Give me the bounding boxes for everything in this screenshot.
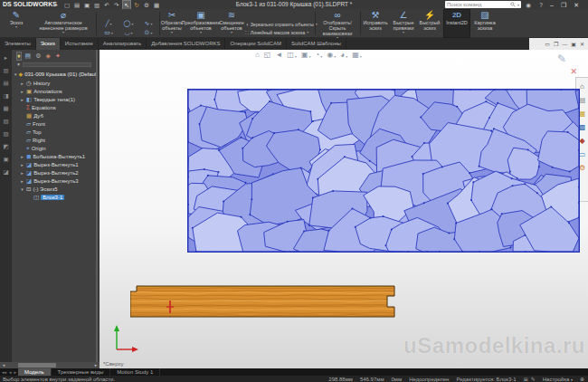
displaymanager-tab-icon[interactable]: ✦ [55,53,61,60]
left-toolbar-icon-7[interactable]: ▨ [3,130,8,137]
dropdown-caret-icon[interactable]: ▾ [131,31,133,35]
left-toolbar-icon-4[interactable]: ◨ [3,92,8,99]
search-icon[interactable] [510,2,516,7]
expand-arrow-icon[interactable]: ▾ [20,186,24,192]
tree-item-12[interactable]: ▸◪Вырез-Вытянуть2 [12,168,96,177]
appearances-icon[interactable]: ◆ [579,137,584,145]
arc-icon[interactable]: ◡ [124,29,129,36]
ellipse-icon[interactable]: ⊙ [145,29,150,36]
dropdown-caret-icon[interactable]: ▾ [111,31,113,35]
tree-item-10[interactable]: ▸◼Бобышка-Вытянуть1 [12,152,96,160]
appearance-icon[interactable]: ◕ [340,51,345,59]
previous-view-icon[interactable]: ◄ [275,51,282,59]
tab-scroll-icon-3[interactable]: ▸ [14,368,17,376]
save-icon[interactable]: ▣ [83,1,90,9]
search-input[interactable]: Поиск команд [447,2,508,7]
tab-scroll-icon-2[interactable]: ◂ [9,368,12,376]
tree-item-5[interactable]: ▦Дуб [12,111,96,119]
filter-input[interactable] [23,62,91,67]
mirror-entities-button[interactable]: ◑ Зеркально отразить объекты ▾ [245,20,312,28]
appearance-icon[interactable]: ▦ [153,1,160,9]
open-icon[interactable]: ▤ [73,1,81,9]
left-toolbar-icon-9[interactable]: ▣ [3,156,8,162]
smart-dimension-button[interactable]: ⌀ Автоматическое нанесение размеров ▾ [33,10,94,37]
left-toolbar-icon-5[interactable]: ▦ [3,105,8,111]
settings-button[interactable]: Настройка ▾ [543,377,573,382]
tab-scroll-icon-1[interactable]: ◂◂ [2,368,6,376]
scene-icon[interactable]: ▦ [352,51,359,59]
tree-item-1[interactable]: ▸◷History [12,79,96,87]
circle-icon[interactable]: ◯ [124,20,131,27]
model-tab-3[interactable]: Motion Study 1 [110,368,160,376]
dropdown-caret-icon[interactable]: ▾ [320,54,322,59]
sketch-button[interactable]: ✎ Эскиз ▾ [2,10,31,37]
model-tab-2[interactable]: Трехмерные виды [52,368,111,376]
dropdown-caret-icon[interactable]: ▾ [131,22,133,26]
tab-2[interactable]: Эскиз [36,38,61,50]
undo-icon[interactable]: ↶ [103,1,110,9]
doc-close-icon[interactable]: ✕ [580,41,584,48]
offset-entities-button[interactable]: ≋ Смещение объектов ▾ [219,10,244,37]
featuremanager-tab-icon[interactable]: ♦ [17,53,21,60]
scroll-left-icon[interactable]: ◂ [0,362,7,368]
scrollbar-thumb[interactable] [18,363,56,368]
tab-7[interactable]: SolidCAM Шаблоны [287,38,346,50]
quick-snaps-button[interactable]: ∠ Быстрые привязки ▾ [391,10,416,37]
left-toolbar-icon-8[interactable]: ◩ [3,143,8,149]
graphics-area[interactable]: ⌂◱◄◫▾▣▾◔▾◉▾◕▾▦▾ ✎ ✕ ⌂▤▦▩◆▭⚙ *Сверху uSam… [100,50,588,368]
view-orientation-icon[interactable]: ▣ [301,51,308,59]
doc-window-icon[interactable]: ❐ [554,41,558,48]
print-icon[interactable]: ▥ [93,1,100,9]
close-button[interactable]: ✕ [574,1,579,9]
spline-icon[interactable]: ∿ [145,20,150,27]
dropdown-caret-icon[interactable]: ▾ [308,54,310,59]
tree-item-7[interactable]: ▱Top [12,128,96,136]
tree-item-9[interactable]: ⌖Origin [12,144,96,152]
display-style-icon[interactable]: ◔ [315,51,319,59]
select-icon[interactable]: ↖ [123,1,130,9]
expand-arrow-icon[interactable]: ▸ [20,178,24,184]
expand-arrow-icon[interactable]: ▸ [20,81,24,86]
dropdown-caret-icon[interactable]: ▾ [110,22,112,26]
tree-item-2[interactable]: ▸▣Annotations [12,87,96,95]
dropdown-caret-icon[interactable]: ▾ [334,54,336,59]
help-icon[interactable]: ? [537,1,545,9]
options-icon[interactable]: ⚙ [143,1,150,9]
exit-sketch-corner-icon[interactable]: ✎ [557,53,566,65]
tree-root-item[interactable]: ▾ ◆ 031-009 Крышка (01) (Default<-Defa..… [12,69,96,79]
expand-arrow-icon[interactable]: ▸ [20,154,24,159]
expand-arrow-icon[interactable]: ▸ [20,170,24,176]
display-relations-button[interactable]: ∞ Отобразить/Скрыть взаимосвязи ▾ [318,10,357,37]
left-toolbar-icon-10[interactable]: ◪ [3,168,8,175]
cancel-sketch-icon[interactable]: ✕ [570,67,577,76]
expand-arrow-icon[interactable]: ▸ [20,162,24,167]
configurationmanager-tab-icon[interactable]: ⚙ [35,53,41,60]
doc-cascade-icon[interactable]: ▣ [571,41,576,48]
rectangle-icon[interactable]: ▭ [104,29,110,36]
dropdown-caret-icon[interactable]: ▾ [150,22,152,26]
expand-arrow-icon[interactable]: ▸ [20,89,24,94]
tab-3[interactable]: Испытание [61,38,99,50]
left-toolbar-icon-3[interactable]: ▤ [3,80,8,86]
left-toolbar-icon-2[interactable]: ▥ [3,67,8,73]
filter-icon[interactable]: ▼ [16,62,21,67]
tab-5[interactable]: Добавления SOLIDWORKS [147,38,225,50]
tree-item-3[interactable]: ▸◧Твердые тела(1) [12,95,96,103]
tree-item-8[interactable]: ▱Right [12,136,96,144]
selected-point-marker[interactable] [165,299,175,317]
rebuild-icon[interactable]: ↻ [133,1,140,9]
new-icon[interactable]: ▢ [63,1,71,9]
tree-item-6[interactable]: ▱Front [12,119,96,128]
zoom-area-icon[interactable]: ◱ [264,51,271,59]
tree-scrollbar[interactable]: ◂ ▸ [0,362,100,368]
propertymanager-tab-icon[interactable]: ▤ [25,53,32,60]
left-toolbar-icon-1[interactable]: ▸ [5,54,7,61]
home-icon[interactable]: ⌂ [580,82,584,91]
zoom-fit-icon[interactable]: ⌂ [255,51,260,59]
tree-filter[interactable]: ▼ [12,61,96,69]
dropdown-caret-icon[interactable]: ▾ [346,54,347,59]
tree-item-15[interactable]: ◫Блок3-1 [12,193,96,201]
dropdown-caret-icon[interactable]: ▾ [150,31,152,35]
repair-sketch-button[interactable]: ⚒ Исправить эскиз [362,10,389,37]
rapid-sketch-button[interactable]: ⚡ Быстрый эскиз [417,10,442,37]
